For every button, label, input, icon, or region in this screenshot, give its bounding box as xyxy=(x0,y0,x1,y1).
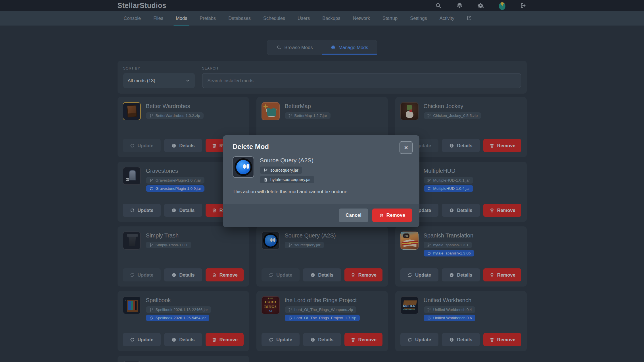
mod-file-tag: hytale-sourcequery.jar xyxy=(260,176,314,183)
mod-icon xyxy=(233,156,254,178)
version-branch-icon xyxy=(264,168,268,172)
mod-file-tag: sourcequery.jar xyxy=(260,167,302,174)
cancel-button[interactable]: Cancel xyxy=(339,209,368,222)
remove-button[interactable]: Remove xyxy=(372,209,412,222)
trash-icon xyxy=(379,213,384,218)
warning-text: This action will delete this mod and can… xyxy=(233,189,410,195)
mod-name: Source Query (A2S) xyxy=(260,157,314,164)
delete-mod-dialog: Delete Mod ✕ Source Query (A2S) sourcequ… xyxy=(223,135,419,227)
file-icon xyxy=(264,178,268,182)
dialog-footer: Cancel Remove xyxy=(223,204,419,227)
dialog-title: Delete Mod xyxy=(233,143,410,151)
close-button[interactable]: ✕ xyxy=(400,141,413,154)
